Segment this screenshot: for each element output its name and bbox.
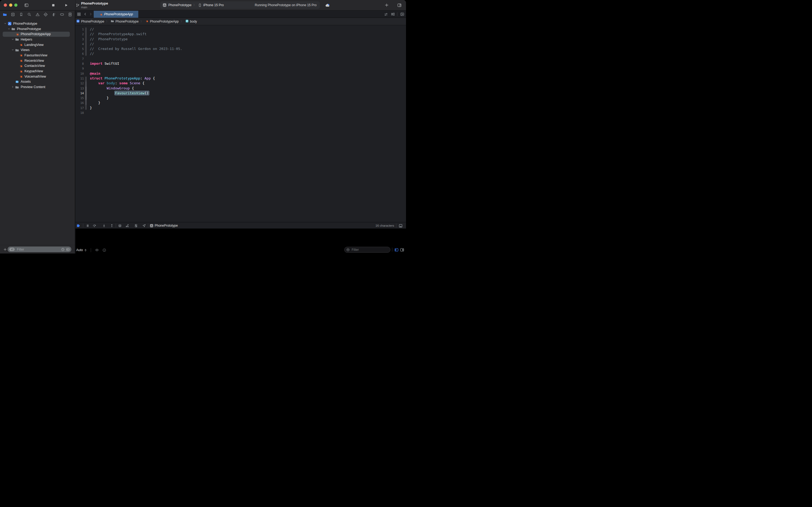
scheme-selector[interactable]: PhonePrototype 〉 iPhone 15 Pro Running P… bbox=[160, 1, 320, 9]
code-line-14[interactable]: 14 FavouritesView() bbox=[75, 91, 406, 96]
filter-options-icon[interactable] bbox=[9, 246, 15, 252]
code-line-1[interactable]: 1// bbox=[75, 27, 406, 32]
tree-item-phoneprototype[interactable]: PhonePrototype bbox=[0, 26, 75, 32]
code-line-12[interactable]: 12 var body: some Scene { bbox=[75, 81, 406, 86]
quicklook-eye-icon[interactable] bbox=[95, 248, 99, 252]
add-item-button[interactable] bbox=[3, 247, 7, 251]
tree-item-keypadview[interactable]: KeypadView bbox=[0, 68, 75, 74]
info-icon[interactable] bbox=[102, 248, 106, 252]
forward-button[interactable] bbox=[89, 12, 93, 16]
navigator-tab-breakpoints[interactable] bbox=[60, 13, 64, 17]
tree-item-preview-content[interactable]: Preview Content bbox=[0, 84, 75, 90]
navigator-tab-source-control[interactable] bbox=[10, 13, 15, 17]
code-line-6[interactable]: 6// bbox=[75, 51, 406, 56]
code-line-11[interactable]: 11struct PhonePrototypeApp: App { bbox=[75, 76, 406, 81]
navigator-tab-reports[interactable] bbox=[68, 13, 72, 17]
code-line-2[interactable]: 2// PhonePrototypeApp.swift bbox=[75, 32, 406, 37]
code-review-icon[interactable] bbox=[384, 12, 388, 16]
view-hierarchy-icon[interactable] bbox=[118, 224, 122, 228]
stop-button[interactable] bbox=[51, 3, 55, 7]
code-line-3[interactable]: 3// PhonePrototype bbox=[75, 37, 406, 42]
step-over-icon[interactable] bbox=[93, 224, 97, 228]
console-right-pane-toggle[interactable] bbox=[400, 247, 404, 252]
close-window-button[interactable] bbox=[4, 3, 7, 7]
code-line-8[interactable]: 8import SwiftUI bbox=[75, 61, 406, 66]
console-toggle-icon[interactable] bbox=[399, 224, 403, 228]
step-out-icon[interactable] bbox=[110, 224, 114, 228]
code-line-4[interactable]: 4// bbox=[75, 42, 406, 47]
tree-item-helpers[interactable]: Helpers bbox=[0, 37, 75, 42]
cloud-status-icon[interactable] bbox=[325, 2, 330, 8]
environment-overrides-icon[interactable] bbox=[134, 224, 138, 228]
breadcrumb-phoneprototypeapp[interactable]: PhonePrototypeApp bbox=[145, 19, 179, 23]
related-items-icon[interactable] bbox=[77, 12, 81, 16]
code-line-16[interactable]: 16 } bbox=[75, 101, 406, 105]
console-left-pane-toggle[interactable] bbox=[394, 247, 399, 252]
code-line-17[interactable]: 17} bbox=[75, 106, 406, 110]
breadcrumb-phoneprototype[interactable]: PhonePrototype bbox=[111, 19, 138, 23]
minimize-window-button[interactable] bbox=[9, 3, 12, 7]
tree-item-landingview[interactable]: LandingView bbox=[0, 42, 75, 48]
tree-item-views[interactable]: Views bbox=[0, 47, 75, 53]
toggle-right-inspector-icon[interactable] bbox=[397, 3, 402, 7]
editor-options-icon[interactable] bbox=[391, 12, 395, 16]
toggle-left-sidebar-icon[interactable] bbox=[24, 3, 29, 7]
code-line-15[interactable]: 15 } bbox=[75, 96, 406, 101]
zoom-window-button[interactable] bbox=[14, 3, 17, 7]
debug-console[interactable]: Auto bbox=[75, 229, 406, 253]
code-line-7[interactable]: 7 bbox=[75, 56, 406, 61]
disclosure-down-icon[interactable] bbox=[7, 27, 10, 31]
run-button[interactable] bbox=[64, 3, 68, 7]
pause-execution-icon[interactable] bbox=[85, 224, 90, 228]
tree-item-phoneprototype[interactable]: PhonePrototype bbox=[0, 21, 75, 26]
disclosure-down-icon[interactable] bbox=[11, 38, 14, 41]
spray-icon bbox=[52, 12, 56, 18]
navigator-tab-project[interactable] bbox=[2, 13, 7, 17]
source-control-filter-icon[interactable] bbox=[66, 247, 70, 251]
disclosure-down-icon[interactable] bbox=[4, 22, 6, 25]
app-icon bbox=[163, 3, 167, 7]
code-line-5[interactable]: 5// Created by Russell Gordon on 2023-11… bbox=[75, 47, 406, 51]
tree-item-voicemailview[interactable]: VoicemailView bbox=[0, 74, 75, 79]
code-line-18[interactable]: 18 bbox=[75, 110, 406, 115]
variables-view-mode[interactable]: Auto bbox=[76, 248, 83, 252]
tree-item-phoneprototypeapp[interactable]: PhonePrototypeApp bbox=[0, 32, 75, 37]
tab-phoneprototypeapp[interactable]: PhonePrototypeApp bbox=[94, 11, 138, 18]
console-filter-field[interactable] bbox=[344, 247, 391, 253]
scheme-app-name[interactable]: PhonePrototype bbox=[168, 3, 191, 7]
navigator-tab-debug[interactable] bbox=[51, 13, 56, 17]
navigator-tab-bookmarks[interactable] bbox=[19, 13, 23, 17]
tree-item-contactsview[interactable]: ContactsView bbox=[0, 63, 75, 69]
navigator-tab-issues[interactable] bbox=[35, 13, 40, 17]
breadcrumb-body[interactable]: Pbody bbox=[185, 19, 197, 23]
code-fold-ribbon[interactable] bbox=[85, 27, 87, 56]
code-line-10[interactable]: 10@main bbox=[75, 71, 406, 76]
add-editor-icon[interactable] bbox=[400, 12, 404, 16]
navigator-filter-field[interactable] bbox=[7, 246, 71, 252]
step-into-icon[interactable] bbox=[102, 224, 106, 228]
source-editor[interactable]: 1//2// PhonePrototypeApp.swift3// PhoneP… bbox=[75, 25, 406, 222]
navigator-filter-input[interactable] bbox=[16, 247, 61, 251]
breadcrumb-phoneprototype[interactable]: PhonePrototype bbox=[76, 19, 104, 23]
running-process-label[interactable]: PhonePrototype bbox=[155, 224, 178, 227]
console-filter-input[interactable] bbox=[351, 247, 394, 252]
breadcrumb-label: PhonePrototypeApp bbox=[150, 19, 179, 23]
simulate-location-icon[interactable] bbox=[142, 224, 146, 228]
new-tab-button[interactable] bbox=[385, 3, 389, 7]
memory-graph-icon[interactable] bbox=[125, 224, 129, 228]
tree-item-recentsview[interactable]: RecentsView bbox=[0, 58, 75, 63]
breakpoints-toggle-icon[interactable] bbox=[76, 224, 80, 228]
scheme-device[interactable]: iPhone 15 Pro bbox=[203, 3, 224, 7]
code-line-13[interactable]: 13 WindowGroup { bbox=[75, 86, 406, 91]
back-button[interactable] bbox=[83, 12, 87, 16]
tree-item-favouritesview[interactable]: FavouritesView bbox=[0, 53, 75, 58]
disclosure-down-icon[interactable] bbox=[11, 48, 14, 52]
recents-clock-icon[interactable] bbox=[61, 247, 65, 251]
disclosure-right-icon[interactable] bbox=[11, 85, 14, 89]
navigator-tab-tests[interactable] bbox=[43, 13, 48, 17]
tree-item-assets[interactable]: Assets bbox=[0, 79, 75, 84]
navigator-tab-find[interactable] bbox=[27, 13, 32, 17]
code-fold-ribbon[interactable] bbox=[85, 87, 87, 100]
code-line-9[interactable]: 9 bbox=[75, 66, 406, 71]
updown-chevron-icon[interactable] bbox=[84, 249, 87, 251]
